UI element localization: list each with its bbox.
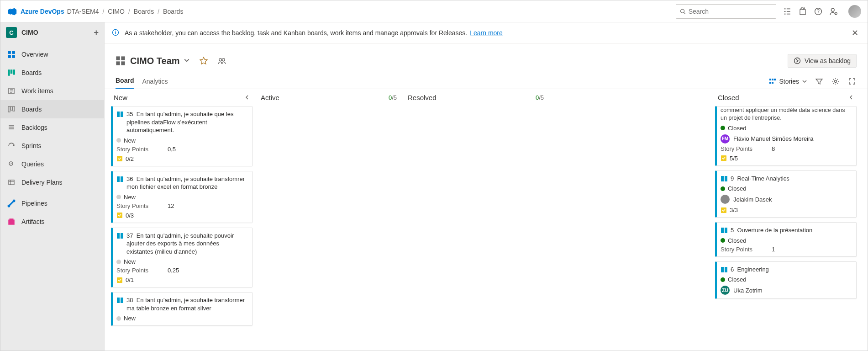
column-body[interactable]	[402, 106, 549, 111]
svg-rect-56	[725, 228, 727, 233]
svg-line-1	[684, 12, 685, 14]
team-picker-chevron-icon[interactable]	[184, 57, 190, 65]
breadcrumb-project[interactable]: CIMO	[108, 8, 125, 15]
page-title[interactable]: CIMO Team	[130, 56, 180, 66]
svg-rect-16	[13, 106, 15, 111]
info-link[interactable]: Learn more	[470, 29, 503, 37]
card[interactable]: 37 En tant qu'admin, je souhaite pouvoir…	[111, 228, 253, 288]
card[interactable]: 35 En tant qu'admin, je souhaite que les…	[111, 106, 253, 166]
project-row[interactable]: C CIMO +	[0, 22, 104, 43]
card[interactable]: 6 EngineeringClosedZUUka Zotrim	[715, 261, 857, 299]
tab-board[interactable]: Board	[116, 73, 134, 89]
svg-point-25	[115, 31, 116, 32]
backlog-level-picker[interactable]: Stories	[769, 78, 807, 85]
sidebar-item-pipelines[interactable]: Pipelines	[0, 194, 104, 213]
card[interactable]: comment appliquer un modèle data science…	[715, 106, 857, 166]
user-story-icon	[116, 297, 124, 304]
card[interactable]: 5 Ouverture de la présentationClosedStor…	[715, 222, 857, 257]
new-item-icon[interactable]: +	[94, 28, 99, 37]
card-state: New	[116, 258, 247, 265]
column-body[interactable]: comment appliquer un modèle data science…	[712, 106, 859, 308]
sidebar-item-queries[interactable]: ? Queries	[0, 155, 104, 173]
filter-icon[interactable]	[815, 77, 824, 86]
sidebar-item-artifacts[interactable]: Artifacts	[0, 213, 104, 231]
favorite-icon[interactable]	[199, 56, 208, 65]
column-wip: 0/5	[389, 94, 397, 101]
state-dot-icon	[721, 238, 725, 243]
card-story-points: Story Points8	[721, 145, 852, 152]
card-title: 5 Ouverture de la présentation	[731, 226, 812, 234]
card[interactable]: 36 En tant qu'admin, je souhaite transfo…	[111, 171, 253, 223]
breadcrumb-area[interactable]: Boards	[134, 8, 154, 15]
card-tasks: 3/3	[721, 207, 852, 213]
avatar[interactable]	[848, 5, 861, 18]
card[interactable]: 38 En tant qu'admin, je souhaite transfo…	[111, 292, 253, 326]
svg-rect-29	[116, 61, 120, 65]
sidebar-item-backlogs[interactable]: Backlogs	[0, 118, 104, 137]
svg-rect-41	[121, 112, 123, 117]
state-dot-icon	[721, 186, 725, 191]
tab-analytics[interactable]: Analytics	[142, 74, 168, 89]
sidebar-item-overview[interactable]: Overview	[0, 45, 104, 64]
tabs: Board Analytics Stories	[105, 69, 868, 89]
settings-icon[interactable]	[831, 77, 840, 86]
sidebar-item-boards[interactable]: Boards	[0, 64, 104, 82]
stories-label: Stories	[779, 78, 799, 85]
azure-devops-logo-icon[interactable]	[7, 6, 18, 17]
svg-rect-35	[772, 79, 773, 80]
svg-rect-23	[10, 218, 14, 220]
collapse-left-icon[interactable]	[244, 94, 250, 101]
svg-point-4	[831, 8, 834, 11]
svg-point-39	[835, 80, 837, 83]
boards-sub-icon	[7, 105, 16, 114]
svg-text:?: ?	[817, 9, 820, 14]
column-title: New	[114, 94, 127, 101]
svg-rect-9	[12, 55, 15, 58]
view-as-backlog-button[interactable]: View as backlog	[788, 54, 857, 68]
collapse-right-icon[interactable]	[848, 94, 854, 101]
card-title: 37 En tant qu'admin, je souhaite pouvoir…	[126, 232, 247, 256]
user-story-icon	[721, 175, 728, 182]
content: As a stakeholder, you can access the bac…	[105, 22, 868, 351]
user-story-icon	[721, 227, 728, 234]
sidebar-item-workitems[interactable]: Work items	[0, 82, 104, 100]
card-story-points: Story Points12	[116, 202, 247, 209]
close-icon[interactable]: ✕	[852, 28, 858, 38]
column-title: Active	[261, 94, 279, 101]
card[interactable]: 9 Real-Time AnalyticsClosedJoiakim Dasek…	[715, 170, 857, 218]
chevron-down-icon	[802, 79, 807, 84]
svg-rect-27	[116, 56, 120, 60]
avatar-icon	[721, 195, 730, 204]
user-story-icon	[721, 266, 728, 273]
search-box[interactable]	[676, 4, 776, 19]
avatar-icon: ZU	[721, 286, 730, 295]
column-header: Resolved 0/5	[402, 89, 549, 106]
team-members-icon[interactable]	[217, 56, 226, 65]
work-items-icon[interactable]	[783, 7, 792, 16]
brand-label[interactable]: Azure DevOps	[21, 8, 64, 15]
state-dot-icon	[721, 277, 725, 282]
marketplace-icon[interactable]	[798, 7, 807, 16]
sidebar: C CIMO + Overview Boards Work items	[0, 22, 105, 351]
card-state: Closed	[721, 276, 852, 283]
sidebar-item-delivery[interactable]: Delivery Plans	[0, 173, 104, 191]
crumb-sep: /	[128, 8, 130, 15]
svg-point-32	[222, 58, 225, 61]
svg-rect-34	[769, 79, 771, 80]
help-icon[interactable]: ?	[814, 7, 823, 16]
column-body[interactable]: 35 En tant qu'admin, je souhaite que les…	[108, 106, 255, 335]
card-story-points: Story Points0,25	[116, 267, 247, 274]
fullscreen-icon[interactable]	[847, 77, 857, 86]
sprints-icon	[7, 141, 16, 150]
search-input[interactable]	[689, 8, 772, 15]
sidebar-item-boards-sub[interactable]: Boards	[0, 100, 104, 118]
sidebar-item-sprints[interactable]: Sprints	[0, 137, 104, 155]
column-body[interactable]	[255, 106, 402, 111]
card-title: 9 Real-Time Analytics	[731, 175, 789, 183]
breadcrumb-page[interactable]: Boards	[163, 8, 183, 15]
column-header: Active 0/5	[255, 89, 402, 106]
svg-point-5	[835, 12, 837, 15]
breadcrumb-org[interactable]: DTA-SEM4	[67, 8, 99, 15]
header-actions: ?	[780, 5, 864, 18]
user-settings-icon[interactable]	[829, 7, 838, 16]
